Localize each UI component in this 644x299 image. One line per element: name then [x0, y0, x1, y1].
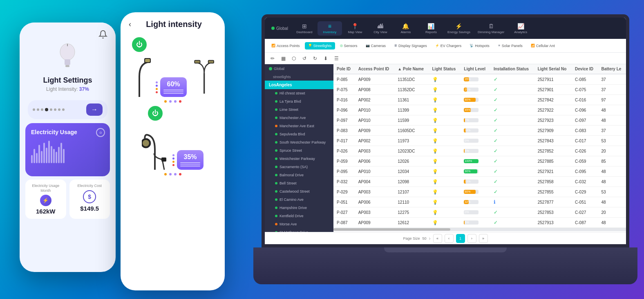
col-header-access-point-id[interactable]: Access Point ID [355, 64, 395, 74]
download-icon[interactable]: ⬇ [321, 54, 330, 63]
serial: 2527853 [534, 207, 572, 218]
battery: 48 [598, 166, 626, 177]
sidebar-item-south-westchester-parkway[interactable]: South Westchester Parkway [265, 138, 333, 146]
columns-icon[interactable]: ▦ [279, 54, 288, 63]
sidebar-item-bell-street[interactable]: Bell Street [265, 179, 333, 187]
scroll-thumb [333, 228, 450, 231]
nav-item-alarms[interactable]: 🔔Alarms [394, 21, 418, 36]
power-button-1[interactable]: ⏻ [132, 37, 147, 52]
nav-item-energy-savings[interactable]: ⚡Energy Savings [444, 21, 474, 36]
phone-left: Light Settings Light Intensity: 37% → ⊙ … [20, 22, 116, 272]
col-header-device-id[interactable]: Device ID [572, 64, 598, 74]
table-wrap[interactable]: Pole IDAccess Point ID▲ Pole NameLight S… [333, 64, 626, 232]
sidebar-item-kentfield-drive[interactable]: Kentfield Drive [265, 212, 333, 220]
col-header-light-level[interactable]: Light Level [461, 64, 490, 74]
nav-item-dimming-manager[interactable]: 🗓Dimming Manager [474, 21, 508, 36]
filter-tab-ev-chargers[interactable]: ⚡EV Chargers [432, 42, 465, 49]
last-page-btn[interactable]: » [479, 234, 488, 243]
street-lamp-svg-3 [142, 125, 168, 170]
filter-tab-display-signages[interactable]: 🖥Display Signages [391, 42, 430, 49]
prev-page-btn[interactable]: ‹ [445, 234, 454, 243]
filter-tab-streetlights[interactable]: 💡Streetlights [305, 42, 335, 49]
lamp-row-2: ⏻ 35% [121, 104, 225, 171]
col-header-pole-id[interactable]: Pole ID [333, 64, 355, 74]
nav-item-inventory[interactable]: ≡Inventory [318, 21, 342, 36]
first-page-btn[interactable]: « [433, 234, 442, 243]
list-icon[interactable]: ☰ [332, 54, 341, 63]
sidebar-item-el-camino-ave[interactable]: El Camino Ave [265, 196, 333, 204]
nav-item-dashboard[interactable]: ⊞Dashboard [292, 21, 317, 36]
refresh2-icon[interactable]: ↻ [311, 54, 320, 63]
nav-item-analytics[interactable]: 📈Analytics [508, 21, 533, 36]
filter-tab-sensors[interactable]: ◎Sensors [337, 42, 361, 49]
phone-middle-header: ‹ Light intensity [121, 12, 225, 33]
global-dot [271, 27, 275, 30]
col-header-light-status[interactable]: Light Status [429, 64, 461, 74]
slider-dot [37, 108, 39, 111]
power-button-2[interactable]: ⏻ [148, 106, 163, 121]
slider-dot [41, 108, 43, 111]
light-level: 5% [461, 146, 490, 156]
sidebar-item-castelwood-street[interactable]: Castelwood Street [265, 187, 333, 196]
nav-item-city-view[interactable]: 🏙City View [368, 21, 393, 36]
status-dot [275, 223, 277, 225]
filter-tab-hotspots[interactable]: 📡Hotspots [466, 42, 493, 49]
pole-name: 11399 [394, 105, 429, 115]
sidebar-item-label: Castelwood Street [280, 189, 310, 193]
intensity-slider[interactable]: → [28, 100, 107, 119]
battery: 48 [598, 177, 626, 187]
col-header-light-serial-no[interactable]: Light Serial No [534, 64, 572, 74]
current-page-btn[interactable]: 1 [456, 234, 465, 243]
sidebar-item-sepulveda-blvd[interactable]: Sepulveda Blvd [265, 130, 333, 138]
dollar-icon: $ [83, 190, 96, 203]
status-dot [275, 108, 277, 111]
sidebar-item-westchester-parkway[interactable]: Westchester Parkway [265, 155, 333, 163]
sidebar-item-hampshire-drive[interactable]: Hampshire Drive [265, 204, 333, 212]
nav-item-map-view[interactable]: 📍Map View [343, 21, 367, 36]
next-page-btn[interactable]: › [467, 234, 476, 243]
filter-tab-cellular-ant[interactable]: 📶Cellular Ant [528, 42, 558, 49]
filter-icon[interactable]: ⬡ [289, 54, 298, 63]
settings-icon[interactable]: ⊙ [96, 128, 105, 137]
sidebar-item-morse-ave[interactable]: Morse Ave [265, 220, 333, 228]
sidebar-item-manchester-ave[interactable]: Manchester Ave [265, 114, 333, 122]
sidebar-item-label: La Tjera Blvd [280, 99, 301, 103]
nav-icon: 📊 [427, 23, 434, 29]
table-row: P-051AP00612110💡 32% ℹ 2527877C-05148 [333, 197, 626, 207]
sidebar-item-balmoral-drive[interactable]: Balmoral Drive [265, 171, 333, 179]
sidebar-item-hil-chrest-street[interactable]: Hil chrest street [265, 89, 333, 97]
horizontal-scrollbar[interactable] [333, 228, 626, 231]
edit-icon[interactable]: ✏ [268, 54, 277, 63]
refresh-icon[interactable]: ↺ [300, 54, 309, 63]
light-status: 💡 [429, 85, 461, 95]
middle-phone-title: Light intensity [131, 20, 217, 29]
filter-tab-access-points[interactable]: 📶Access Points [268, 42, 303, 49]
table-row: P-029AP00312107💡 80% ✓ 2527855C-02953 [333, 187, 626, 197]
sidebar-item-manchester-ave-east[interactable]: Manchester Ave East [265, 122, 333, 130]
light-level: 5% [461, 218, 490, 228]
filter-tab-solar-panels[interactable]: ☀Solar Panels [494, 42, 526, 49]
sidebar-item-lime-street[interactable]: Lime Street [265, 106, 333, 114]
pole-name: 12612 [394, 218, 429, 228]
sidebar-item-st-mathews-drive[interactable]: St Mathews Drive [265, 228, 333, 232]
sidebar-item-sacramento-(sa)[interactable]: Sacramento (SA) [265, 163, 333, 171]
lamp-item-2: ⏻ [142, 106, 168, 170]
battery: 20 [598, 207, 626, 218]
sidebar-city[interactable]: LosAngeles [265, 81, 333, 89]
nav-item-reports[interactable]: 📊Reports [419, 21, 443, 36]
pole-id: P-017 [333, 136, 355, 146]
sidebar-item-spruce-street[interactable]: Spruce Street [265, 146, 333, 155]
arrow-button[interactable]: → [86, 103, 103, 116]
light-level: 90% [461, 166, 490, 177]
filter-tab-cameras[interactable]: 📷Cameras [362, 42, 389, 49]
svg-rect-4 [139, 76, 140, 97]
col-header-battery-le[interactable]: Battery Le [598, 64, 626, 74]
battery: 48 [598, 105, 626, 115]
col-header-▲-pole-name[interactable]: ▲ Pole Name [394, 64, 429, 74]
sidebar-streetlights[interactable]: streetlights [265, 73, 333, 81]
col-header-installation-status[interactable]: Installation Status [490, 64, 534, 74]
battery: 53 [598, 136, 626, 146]
sidebar-item-la-tjera-blvd[interactable]: La Tjera Blvd [265, 97, 333, 106]
bell-icon[interactable] [98, 30, 107, 40]
sidebar-item-label: Hil chrest street [280, 91, 305, 95]
